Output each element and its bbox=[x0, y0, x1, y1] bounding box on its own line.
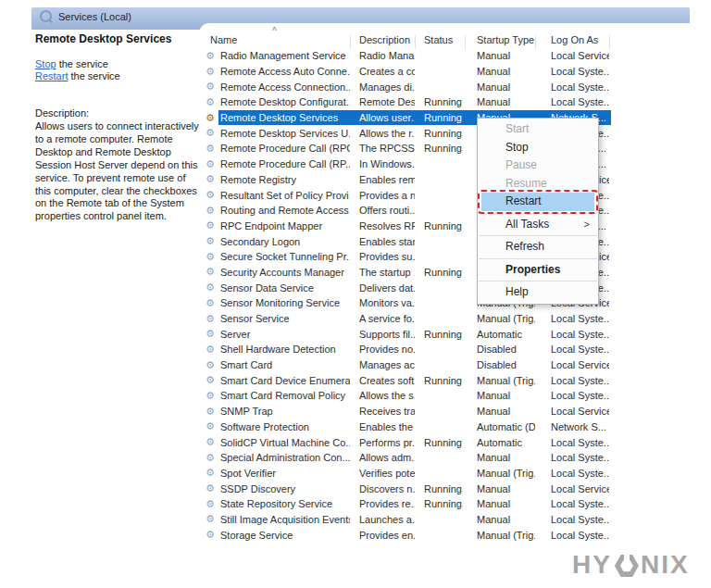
service-status: Running bbox=[415, 329, 465, 340]
service-status: Running bbox=[415, 96, 465, 107]
service-description: Manages ac... bbox=[350, 359, 415, 370]
table-row[interactable]: ⚙State Repository Service Provides re...… bbox=[199, 496, 622, 512]
service-logon-as: Local Syste... bbox=[535, 468, 609, 479]
stop-service-suffix: the service bbox=[56, 58, 108, 69]
gear-icon: ⚙ bbox=[206, 236, 220, 246]
services-console: Services (Local) Remote Desktop Services… bbox=[0, 0, 711, 588]
column-divider[interactable] bbox=[350, 35, 351, 49]
stop-service-link[interactable]: Stop bbox=[35, 58, 56, 69]
table-row[interactable]: ⚙SolidCP Virtual Machine Co... Performs … bbox=[199, 434, 622, 450]
table-row[interactable]: ⚙SSDP Discovery Discovers n... Running M… bbox=[199, 481, 622, 496]
column-header-description[interactable]: Description bbox=[359, 34, 410, 45]
gear-icon: ⚙ bbox=[206, 81, 220, 92]
service-name: State Repository Service bbox=[220, 498, 332, 509]
table-row[interactable]: ⚙Remote Desktop Configurat... Remote Des… bbox=[199, 94, 622, 110]
table-row[interactable]: ⚙Software Protection Enables the ... Aut… bbox=[199, 419, 622, 435]
service-logon-as: Network S... bbox=[535, 421, 609, 432]
table-row[interactable]: ⚙Shell Hardware Detection Provides no...… bbox=[199, 342, 622, 357]
menu-item-refresh[interactable]: Refresh bbox=[478, 238, 598, 256]
service-name: Smart Card Device Enumera... bbox=[220, 375, 350, 386]
service-startup-type: Manual bbox=[465, 66, 535, 77]
service-name: SSDP Discovery bbox=[220, 483, 295, 494]
column-header-status[interactable]: Status bbox=[424, 34, 453, 45]
service-description: Receives tra... bbox=[350, 406, 415, 417]
column-divider[interactable] bbox=[415, 35, 416, 49]
service-description: Verifies pote... bbox=[350, 468, 415, 479]
gear-icon: ⚙ bbox=[206, 344, 220, 355]
table-row[interactable]: ⚙Sensor Service A service fo... Manual (… bbox=[199, 311, 622, 327]
service-startup-type: Manual bbox=[465, 406, 535, 417]
service-logon-as: Local Syste... bbox=[535, 329, 609, 340]
table-row[interactable]: ⚙Storage Service Provides en... Manual (… bbox=[199, 527, 622, 543]
menu-item-all-tasks[interactable]: All Tasks> bbox=[478, 216, 598, 234]
table-row[interactable]: ⚙Still Image Acquisition Events Launches… bbox=[199, 512, 622, 528]
gear-icon: ⚙ bbox=[206, 499, 220, 509]
service-status: Running bbox=[415, 220, 465, 231]
service-description: Discovers n... bbox=[350, 483, 415, 494]
service-description: Allows the r... bbox=[350, 128, 415, 139]
menu-item-start[interactable]: Start bbox=[478, 120, 598, 139]
description-text: Allows users to connect interactively to… bbox=[35, 120, 200, 223]
menu-item-pause[interactable]: Pause bbox=[478, 156, 598, 175]
column-divider[interactable] bbox=[465, 35, 466, 49]
service-name: Remote Desktop Services U... bbox=[220, 128, 350, 139]
service-description: Provides no... bbox=[350, 344, 415, 355]
table-row[interactable]: ⚙Server Supports fil... Running Automati… bbox=[199, 326, 622, 342]
column-headers: Name ^ Description Status Startup Type L… bbox=[199, 28, 691, 48]
gear-icon: ⚙ bbox=[206, 329, 220, 339]
table-row[interactable]: ⚙Remote Access Connection... Manages di.… bbox=[199, 79, 622, 94]
menu-item-resume[interactable]: Resume bbox=[478, 175, 598, 194]
service-logon-as: Local Syste... bbox=[535, 66, 609, 77]
gear-icon: ⚙ bbox=[206, 67, 220, 77]
table-row[interactable]: ⚙Spot Verifier Verifies pote... Manual (… bbox=[199, 466, 622, 482]
column-divider[interactable] bbox=[609, 35, 610, 49]
table-row[interactable]: ⚙Special Administration Con... Allows ad… bbox=[199, 450, 622, 466]
menu-item-stop[interactable]: Stop bbox=[478, 139, 598, 157]
service-name: Remote Access Connection... bbox=[220, 81, 350, 93]
service-name: Spot Verifier bbox=[220, 468, 276, 479]
hexagon-o-icon bbox=[615, 555, 639, 578]
gear-icon: ⚙ bbox=[206, 421, 220, 432]
service-status: Running bbox=[415, 143, 465, 154]
service-info-pane: Remote Desktop Services Stop the service… bbox=[31, 30, 202, 539]
table-row[interactable]: ⚙Smart Card Removal Policy Allows the s.… bbox=[199, 388, 622, 404]
gear-icon: ⚙ bbox=[206, 128, 220, 138]
service-logon-as: Local Service bbox=[535, 359, 609, 370]
service-name: Secondary Logon bbox=[220, 236, 300, 247]
table-row[interactable]: ⚙SNMP Trap Receives tra... Manual Local … bbox=[199, 404, 622, 419]
service-status: Running bbox=[415, 437, 465, 448]
menu-item-help[interactable]: Help bbox=[478, 283, 598, 302]
gear-icon: ⚙ bbox=[206, 252, 220, 262]
service-description: Supports fil... bbox=[350, 329, 415, 340]
column-header-startup[interactable]: Startup Type bbox=[477, 34, 534, 45]
table-row[interactable]: ⚙Remote Access Auto Conne... Creates a c… bbox=[199, 64, 622, 80]
service-startup-type: Manual bbox=[465, 96, 535, 107]
menu-item-properties[interactable]: Properties bbox=[478, 261, 598, 280]
menu-item-restart[interactable]: Restart bbox=[478, 193, 598, 211]
service-name: Sensor Data Service bbox=[220, 282, 314, 294]
restart-service-link[interactable]: Restart bbox=[35, 70, 68, 81]
menu-divider bbox=[479, 235, 597, 236]
services-local-title: Services (Local) bbox=[58, 9, 131, 22]
table-row[interactable]: ⚙Smart Card Manages ac... Disabled Local… bbox=[199, 357, 622, 373]
service-description: Creates a co... bbox=[350, 66, 415, 77]
service-logon-as: Local Syste... bbox=[535, 96, 609, 107]
service-description: Manages di... bbox=[350, 81, 415, 93]
service-logon-as: Local Syste... bbox=[535, 313, 609, 324]
gear-icon: ⚙ bbox=[206, 220, 220, 231]
column-header-name[interactable]: Name bbox=[210, 34, 237, 45]
table-row[interactable]: ⚙Smart Card Device Enumera... Creates so… bbox=[199, 372, 622, 388]
column-header-logon[interactable]: Log On As bbox=[551, 34, 598, 45]
service-description: Allows the s... bbox=[350, 390, 415, 401]
service-name: Remote Procedure Call (RP... bbox=[220, 158, 350, 169]
service-name: Remote Access Auto Conne... bbox=[220, 66, 350, 77]
service-description: Monitors va... bbox=[350, 297, 415, 308]
service-startup-type: Manual bbox=[465, 483, 535, 494]
table-row[interactable]: ⚙Radio Management Service Radio Mana... … bbox=[199, 48, 622, 64]
service-name: Sensor Monitoring Service bbox=[220, 297, 340, 308]
service-description: Enables rem... bbox=[350, 174, 415, 185]
gear-icon: ⚙ bbox=[206, 144, 220, 154]
column-divider[interactable] bbox=[535, 35, 536, 49]
service-startup-type: Manual bbox=[465, 50, 535, 61]
service-description: In Windows... bbox=[350, 158, 415, 169]
